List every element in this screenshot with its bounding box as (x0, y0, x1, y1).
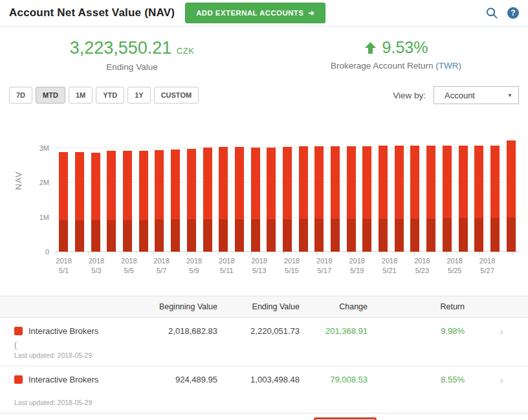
x-tick (56, 252, 56, 255)
return-cell: 9.98% (368, 326, 465, 336)
arrow-right-icon: ➔ (308, 8, 314, 17)
bar-2018-5-24 (423, 131, 439, 252)
ending-value-number: 3,223,550.21 (70, 38, 172, 58)
x-tick-label: 2018 5/13 (251, 256, 267, 276)
x-tick (153, 252, 154, 255)
chevron-right-icon[interactable]: › (465, 326, 515, 337)
ending-value-cell: 2,220,051.73 (217, 326, 300, 336)
bar-2018-5-29 (503, 131, 519, 252)
bar-segment (203, 148, 212, 219)
table-row[interactable]: Interactive Brokers Last updated: 2018-0… (0, 366, 528, 414)
col-change: Change (300, 302, 368, 311)
x-tick-label: 2018 5/11 (219, 256, 234, 276)
chart-x-axis: 2018 5/12018 5/32018 5/52018 5/72018 5/9… (56, 252, 528, 279)
ending-value-block: 3,223,550.21 CZK Ending Value (0, 38, 264, 72)
change-cell: 79,008.53 (300, 375, 368, 384)
bar-2018-5-16 (295, 131, 311, 252)
x-tick (446, 252, 447, 255)
x-tick (479, 252, 479, 255)
bar-segment (123, 151, 132, 220)
x-tick (251, 252, 252, 255)
beginning-value-cell: 924,489.95 (153, 375, 217, 384)
up-arrow-icon (364, 41, 377, 54)
x-tick-label: 2018 5/17 (316, 256, 332, 276)
x-tick-label: 2018 5/25 (446, 256, 462, 276)
accounts-table: Beginning Value Ending Value Change Retu… (0, 296, 528, 420)
bar-segment (187, 149, 196, 220)
period-tab-ytd[interactable]: YTD (96, 87, 124, 104)
bar-segment (443, 218, 452, 252)
bar-segment (203, 219, 212, 252)
bar-segment (251, 148, 260, 219)
bar-segment (171, 219, 180, 252)
bar-segment (139, 151, 148, 220)
x-tick-label: 2018 5/23 (414, 256, 430, 276)
bar-2018-5-15 (280, 131, 296, 252)
period-tab-custom[interactable]: CUSTOM (154, 87, 199, 104)
x-tick-label: 2018 5/7 (153, 256, 169, 276)
x-tick-label: 2018 5/19 (349, 256, 364, 276)
bar-2018-5-11 (215, 131, 232, 252)
bar-2018-5-10 (199, 131, 215, 252)
bar-segment (299, 219, 308, 252)
bar-segment (59, 220, 68, 252)
bar-2018-5-21 (375, 131, 391, 252)
bar-segment (75, 152, 84, 220)
bar-2018-5-4 (104, 131, 120, 252)
return-percent: 9.53% (382, 38, 428, 57)
y-axis-title: NAV (14, 171, 23, 190)
add-external-accounts-button[interactable]: ADD EXTERNAL ACCOUNTS ➔ (185, 3, 325, 23)
bar-segment (91, 153, 100, 221)
account-name: Interactive Brokers (28, 375, 98, 384)
ending-value-cell: 1,003,498.48 (217, 375, 300, 384)
bar-segment (251, 219, 260, 252)
bar-segment (410, 219, 419, 252)
period-tab-7d[interactable]: 7D (9, 87, 32, 104)
bar-segment (459, 218, 468, 252)
ending-value-label: Ending Value (0, 62, 264, 72)
x-tick-label: 2018 5/27 (479, 256, 495, 276)
bar-segment (362, 146, 371, 219)
x-tick (316, 252, 317, 255)
x-tick-label: 2018 5/5 (121, 256, 137, 276)
col-ending-value: Ending Value (217, 302, 300, 311)
bar-2018-5-2 (72, 131, 88, 252)
view-by-select[interactable]: Account ▼ (434, 86, 519, 104)
currency-label: CZK (177, 46, 195, 56)
x-tick (88, 252, 89, 255)
bar-segment (459, 146, 468, 219)
change-cell: 201,368.91 (300, 326, 368, 336)
bar-2018-5-26 (455, 131, 471, 252)
bar-2018-5-23 (407, 131, 423, 252)
table-row[interactable]: Interactive Brokers ( Last updated: 2018… (0, 318, 528, 366)
bar-2018-5-27 (471, 131, 487, 252)
bar-2018-5-13 (247, 131, 263, 252)
bar-2018-5-6 (135, 131, 151, 252)
bar-segment (347, 146, 356, 219)
bar-2018-5-18 (327, 131, 344, 252)
bar-2018-5-19 (343, 131, 359, 252)
col-beginning-value: Beginning Value (153, 302, 217, 311)
account-color-swatch (14, 375, 23, 384)
period-tab-mtd[interactable]: MTD (36, 87, 65, 104)
help-icon[interactable]: ? (507, 7, 519, 19)
bar-2018-5-22 (391, 131, 407, 252)
period-tab-1m[interactable]: 1M (69, 87, 93, 104)
period-tab-1y[interactable]: 1Y (127, 87, 150, 104)
bar-segment (219, 147, 228, 219)
bar-2018-5-17 (311, 131, 327, 252)
page-title: Account Net Asset Value (NAV) (9, 6, 175, 19)
chart-y-axis: NAV 01M2M3M (0, 131, 56, 252)
summary-section: 3,223,550.21 CZK Ending Value 9.53% Brok… (0, 38, 528, 72)
chart-plot (56, 131, 519, 252)
x-tick (349, 252, 349, 255)
search-icon[interactable] (485, 6, 498, 19)
bar-2018-5-9 (184, 131, 200, 252)
x-tick (414, 252, 415, 255)
y-tick-label: 0 (45, 248, 49, 256)
return-label: Brokerage Account Return (TWR) (264, 61, 528, 71)
chevron-right-icon[interactable]: › (465, 375, 515, 386)
bar-2018-5-25 (439, 131, 456, 252)
bar-segment (490, 146, 500, 218)
twr-link[interactable]: TWR (439, 61, 459, 71)
